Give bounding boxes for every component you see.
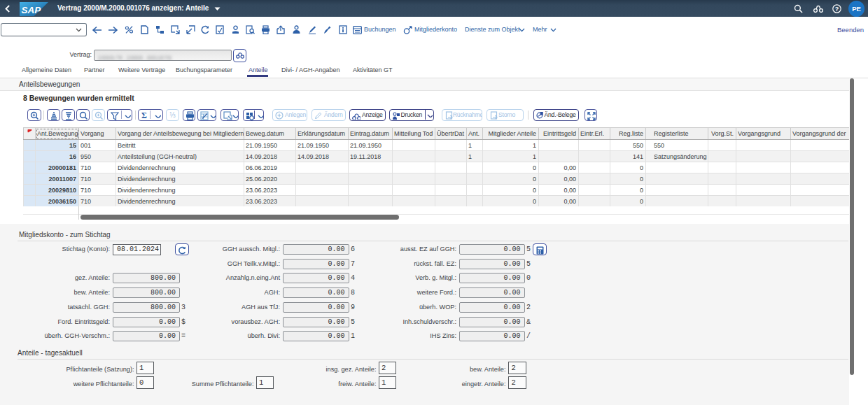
svg-text:?: ? [835, 6, 839, 13]
svg-text:Σ: Σ [141, 111, 147, 120]
svg-text:SAP: SAP [22, 5, 42, 15]
